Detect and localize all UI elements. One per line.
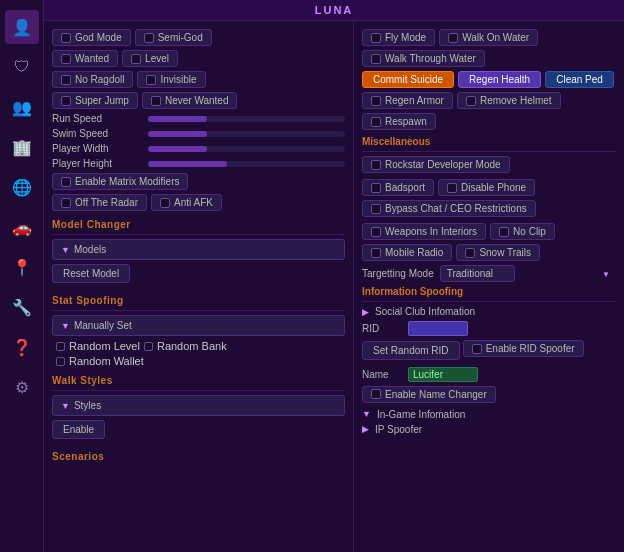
reset-model-btn[interactable]: Reset Model xyxy=(52,264,130,283)
weapons-interiors-toggle[interactable]: Weapons In Interiors xyxy=(362,223,486,240)
level-toggle[interactable]: Level xyxy=(122,50,178,67)
info-divider xyxy=(362,301,616,302)
commit-suicide-btn[interactable]: Commit Suicide xyxy=(362,71,454,88)
rid-input[interactable] xyxy=(408,321,468,336)
sidebar-item-players[interactable]: 👥 xyxy=(5,90,39,124)
swim-speed-fill xyxy=(148,131,207,137)
walk-through-water-label: Walk Through Water xyxy=(385,53,476,64)
walk-on-water-toggle[interactable]: Walk On Water xyxy=(439,29,538,46)
rid-row: RID xyxy=(362,321,616,336)
super-jump-label: Super Jump xyxy=(75,95,129,106)
social-club-label: Social Club Infomation xyxy=(375,306,475,317)
badsport-label: Badsport xyxy=(385,182,425,193)
sidebar-item-player[interactable]: 👤 xyxy=(5,10,39,44)
misc-header: Miscellaneous xyxy=(362,136,616,147)
sidebar-item-recovery[interactable]: 🔧 xyxy=(5,290,39,324)
never-wanted-toggle[interactable]: Never Wanted xyxy=(142,92,238,109)
models-collapse[interactable]: ▼ Models xyxy=(52,239,345,260)
bypass-chat-toggle[interactable]: Bypass Chat / CEO Restrictions xyxy=(362,200,536,217)
enable-name-changer-toggle[interactable]: Enable Name Changer xyxy=(362,386,496,403)
run-speed-fill xyxy=(148,116,207,122)
rockstar-dev-checkbox xyxy=(371,160,381,170)
badsport-toggle[interactable]: Badsport xyxy=(362,179,434,196)
styles-label: Styles xyxy=(74,400,101,411)
enable-name-label: Enable Name Changer xyxy=(385,389,487,400)
fly-mode-toggle[interactable]: Fly Mode xyxy=(362,29,435,46)
semi-god-checkbox xyxy=(144,33,154,43)
models-label: Models xyxy=(74,244,106,255)
sidebar-item-settings[interactable]: ⚙ xyxy=(5,370,39,404)
swim-speed-row: Swim Speed xyxy=(52,128,345,139)
sidebar-item-location[interactable]: 📍 xyxy=(5,250,39,284)
god-mode-toggle[interactable]: God Mode xyxy=(52,29,131,46)
no-ragdoll-toggle[interactable]: No Ragdoll xyxy=(52,71,133,88)
styles-collapse[interactable]: ▼ Styles xyxy=(52,395,345,416)
sidebar-item-protection[interactable]: 🛡 xyxy=(5,50,39,84)
name-input[interactable] xyxy=(408,367,478,382)
mobile-radio-checkbox xyxy=(371,248,381,258)
semi-god-toggle[interactable]: Semi-God xyxy=(135,29,212,46)
bypass-chat-checkbox xyxy=(371,204,381,214)
set-random-rid-btn[interactable]: Set Random RID xyxy=(362,341,460,360)
enable-btn[interactable]: Enable xyxy=(52,420,105,439)
player-width-track[interactable] xyxy=(148,146,345,152)
targeting-select-wrapper[interactable]: Traditional Free Aim xyxy=(440,265,616,282)
social-club-arrow[interactable]: ▶ xyxy=(362,307,369,317)
sidebar-item-world[interactable]: 🌐 xyxy=(5,170,39,204)
random-wallet-checkbox[interactable] xyxy=(56,357,65,366)
regen-health-btn[interactable]: Regen Health xyxy=(458,71,541,88)
manually-set-collapse[interactable]: ▼ Manually Set xyxy=(52,315,345,336)
walk-through-water-toggle[interactable]: Walk Through Water xyxy=(362,50,485,67)
regen-armor-toggle[interactable]: Regen Armor xyxy=(362,92,453,109)
targeting-label: Targetting Mode xyxy=(362,268,434,279)
ip-spoofer-label: IP Spoofer xyxy=(375,424,422,435)
fly-mode-checkbox xyxy=(371,33,381,43)
enable-rid-spoofer-toggle[interactable]: Enable RID Spoofer xyxy=(463,340,584,357)
disable-phone-toggle[interactable]: Disable Phone xyxy=(438,179,535,196)
random-level-checkbox[interactable] xyxy=(56,342,65,351)
no-clip-toggle[interactable]: No Clip xyxy=(490,223,555,240)
mobile-radio-toggle[interactable]: Mobile Radio xyxy=(362,244,452,261)
ip-spoofer-arrow[interactable]: ▶ xyxy=(362,424,369,434)
wanted-toggle[interactable]: Wanted xyxy=(52,50,118,67)
off-radar-toggle[interactable]: Off The Radar xyxy=(52,194,147,211)
invisible-toggle[interactable]: Invisible xyxy=(137,71,205,88)
enable-rid-label: Enable RID Spoofer xyxy=(486,343,575,354)
regen-armor-label: Regen Armor xyxy=(385,95,444,106)
walk-styles-header: Walk Styles xyxy=(52,375,345,386)
run-speed-track[interactable] xyxy=(148,116,345,122)
misc-divider xyxy=(362,151,616,152)
respawn-toggle[interactable]: Respawn xyxy=(362,113,436,130)
matrix-checkbox xyxy=(61,177,71,187)
run-speed-row: Run Speed xyxy=(52,113,345,124)
info-spoofing-header: Information Spoofing xyxy=(362,286,616,297)
swim-speed-track[interactable] xyxy=(148,131,345,137)
rockstar-dev-label: Rockstar Developer Mode xyxy=(385,159,501,170)
sidebar-item-help[interactable]: ❓ xyxy=(5,330,39,364)
remove-helmet-toggle[interactable]: Remove Helmet xyxy=(457,92,561,109)
walk-on-water-label: Walk On Water xyxy=(462,32,529,43)
rid-label: RID xyxy=(362,323,402,334)
player-height-row: Player Height xyxy=(52,158,345,169)
matrix-modifiers-toggle[interactable]: Enable Matrix Modifiers xyxy=(52,173,188,190)
in-game-arrow[interactable]: ▼ xyxy=(362,409,371,419)
rockstar-dev-toggle[interactable]: Rockstar Developer Mode xyxy=(362,156,510,173)
snow-trails-toggle[interactable]: Snow Trails xyxy=(456,244,540,261)
sidebar-item-organization[interactable]: 🏢 xyxy=(5,130,39,164)
regen-armor-checkbox xyxy=(371,96,381,106)
anti-afk-toggle[interactable]: Anti AFK xyxy=(151,194,222,211)
super-jump-toggle[interactable]: Super Jump xyxy=(52,92,138,109)
stat-divider xyxy=(52,310,345,311)
clean-ped-btn[interactable]: Clean Ped xyxy=(545,71,614,88)
sidebar-item-vehicle[interactable]: 🚗 xyxy=(5,210,39,244)
random-bank-checkbox[interactable] xyxy=(144,342,153,351)
stat-spoofing-header: Stat Spoofing xyxy=(52,295,345,306)
weapons-row: Weapons In Interiors No Clip xyxy=(362,223,616,240)
swim-speed-label: Swim Speed xyxy=(52,128,142,139)
player-height-track[interactable] xyxy=(148,161,345,167)
targeting-select[interactable]: Traditional Free Aim xyxy=(440,265,515,282)
god-mode-checkbox xyxy=(61,33,71,43)
toggle-row-1: God Mode Semi-God xyxy=(52,29,345,46)
targeting-mode-row: Targetting Mode Traditional Free Aim xyxy=(362,265,616,282)
off-radar-checkbox xyxy=(61,198,71,208)
